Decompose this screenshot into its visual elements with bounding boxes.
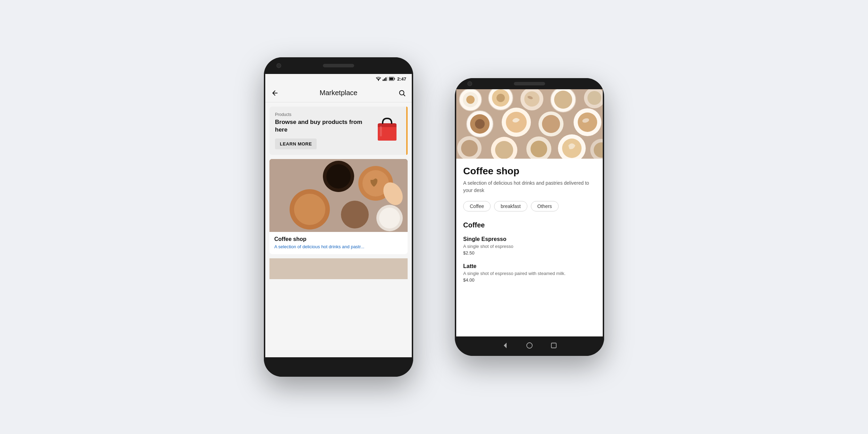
left-phone-bottom-bar xyxy=(264,357,413,377)
svg-point-48 xyxy=(461,140,478,157)
latte-price: $4.00 xyxy=(463,277,596,283)
chip-others[interactable]: Others xyxy=(531,201,559,211)
svg-rect-2 xyxy=(384,78,385,81)
espresso-price: $2.50 xyxy=(463,250,596,256)
banner-left: Products Browse and buy products from he… xyxy=(275,112,375,149)
right-phone-screen: Coffee shop A selection of delicious hot… xyxy=(456,89,603,336)
svg-point-45 xyxy=(578,112,597,132)
coffee-section-title: Coffee xyxy=(463,221,596,229)
right-phone-top-bar xyxy=(455,78,604,89)
svg-point-58 xyxy=(527,343,532,348)
svg-marker-57 xyxy=(504,343,507,348)
svg-rect-1 xyxy=(383,80,384,81)
back-nav-icon[interactable] xyxy=(502,342,509,351)
scene: 2:47 Marketplace xyxy=(0,0,868,434)
phone-right: Coffee shop A selection of delicious hot… xyxy=(455,78,604,356)
phone-speaker xyxy=(323,64,354,67)
category-chips: Coffee breakfast Others xyxy=(463,201,596,211)
shop-card-info: Coffee shop A selection of delicious hot… xyxy=(269,232,408,254)
products-title: Browse and buy products from here xyxy=(275,118,375,134)
svg-point-26 xyxy=(466,95,475,104)
svg-point-36 xyxy=(587,91,601,105)
right-phone-camera xyxy=(467,81,472,86)
shop-card[interactable]: Coffee shop A selection of delicious hot… xyxy=(269,159,408,254)
svg-rect-59 xyxy=(551,343,556,348)
svg-point-8 xyxy=(400,90,404,95)
svg-rect-3 xyxy=(385,77,386,81)
status-bar: 2:47 xyxy=(265,74,412,84)
home-nav-icon[interactable] xyxy=(526,342,533,351)
phone-left: 2:47 Marketplace xyxy=(264,57,413,377)
svg-point-52 xyxy=(531,141,547,157)
shop-detail-desc: A selection of delicious hot drinks and … xyxy=(463,180,596,194)
shop-card-image xyxy=(269,159,408,232)
recent-nav-icon[interactable] xyxy=(550,342,557,351)
espresso-desc: A single shot of espresso xyxy=(463,244,596,249)
svg-rect-4 xyxy=(387,77,387,81)
latte-desc: A single shot of espresso paired with st… xyxy=(463,271,596,276)
signal-icon xyxy=(383,77,387,81)
chip-coffee[interactable]: Coffee xyxy=(463,201,491,211)
svg-rect-10 xyxy=(380,126,382,136)
products-banner: Products Browse and buy products from he… xyxy=(269,107,408,155)
shop-detail-title: Coffee shop xyxy=(463,166,596,177)
right-phone-bottom-bar xyxy=(455,336,604,356)
svg-point-34 xyxy=(554,91,572,109)
svg-point-43 xyxy=(542,115,560,133)
espresso-name: Single Espresso xyxy=(463,236,596,242)
banner-accent xyxy=(406,107,408,155)
page-title: Marketplace xyxy=(280,89,397,97)
svg-point-18 xyxy=(341,201,369,228)
search-button[interactable] xyxy=(397,88,407,98)
screen-content: Products Browse and buy products from he… xyxy=(265,102,412,357)
menu-item-latte: Latte A single shot of espresso paired w… xyxy=(463,263,596,283)
chip-breakfast[interactable]: breakfast xyxy=(494,201,527,211)
svg-point-39 xyxy=(475,119,485,129)
wifi-icon xyxy=(376,77,381,81)
svg-point-17 xyxy=(294,194,325,225)
phone-top-bar xyxy=(264,57,413,74)
shop-card-desc: A selection of delicious hot drinks and … xyxy=(274,244,403,250)
coffee-hero-image xyxy=(456,89,603,159)
phone-camera xyxy=(276,63,281,68)
shop-detail: Coffee shop A selection of delicious hot… xyxy=(456,159,603,336)
back-button[interactable] xyxy=(270,88,280,98)
app-bar: Marketplace xyxy=(265,84,412,102)
svg-point-29 xyxy=(496,94,505,102)
left-phone-screen: 2:47 Marketplace xyxy=(265,74,412,357)
status-time: 2:47 xyxy=(397,76,406,82)
battery-icon xyxy=(389,77,395,81)
shop-card-name: Coffee shop xyxy=(274,236,403,242)
menu-item-espresso: Single Espresso A single shot of espress… xyxy=(463,236,596,256)
right-phone-speaker xyxy=(514,82,545,85)
products-label: Products xyxy=(275,112,375,117)
partial-card xyxy=(269,258,408,279)
right-screen-content: Coffee shop A selection of delicious hot… xyxy=(456,89,603,336)
svg-rect-7 xyxy=(394,78,395,80)
learn-more-button[interactable]: LEARN MORE xyxy=(275,139,317,149)
latte-name: Latte xyxy=(463,263,596,269)
svg-point-50 xyxy=(495,141,513,159)
svg-rect-22 xyxy=(269,258,408,279)
status-icons xyxy=(376,77,395,81)
svg-point-21 xyxy=(379,208,400,228)
shopping-bag-icon xyxy=(375,115,399,147)
svg-rect-6 xyxy=(389,78,393,80)
svg-point-0 xyxy=(378,80,379,81)
svg-point-13 xyxy=(326,164,351,189)
